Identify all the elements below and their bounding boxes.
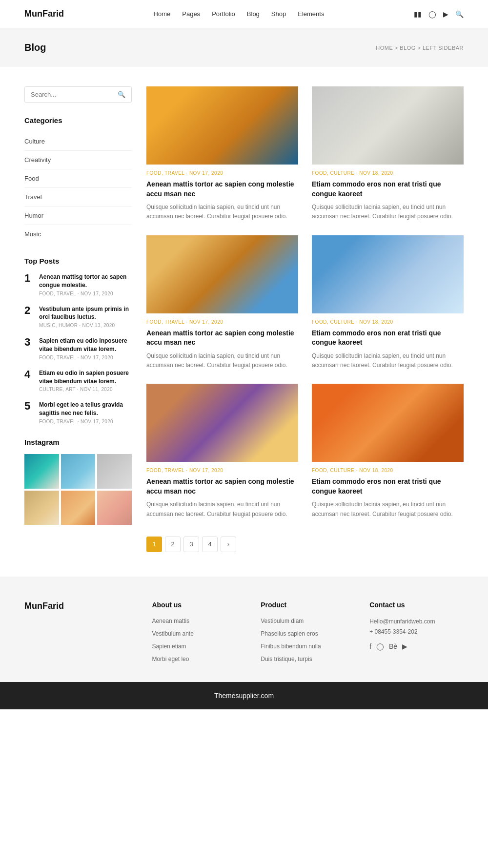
blog-card-excerpt: Quisque sollicitudin lacinia sapien, eu …: [312, 351, 464, 370]
search-input[interactable]: [31, 91, 118, 98]
footer-about-link[interactable]: Aenean mattis: [152, 618, 189, 624]
footer-product-link[interactable]: Finibus bibendum nulla: [261, 643, 321, 650]
nav-home[interactable]: Home: [154, 10, 171, 18]
navbar: MunFarid Home Pages Portfolio Blog Shop …: [0, 0, 488, 28]
instagram-item[interactable]: [97, 491, 132, 525]
category-item[interactable]: Travel: [24, 188, 132, 207]
page-btn-2[interactable]: 2: [165, 537, 181, 552]
behance-icon[interactable]: Bè: [389, 642, 397, 650]
top-post-meta: MUSIC, HUMOR · NOV 13, 2020: [39, 323, 132, 328]
sidebar: 🔍 Categories Culture Creativity Food Tra…: [24, 86, 132, 557]
bottom-bar: Themesupplier.com: [0, 682, 488, 709]
top-post-title[interactable]: Aenean mattisg tortor ac sapen congue mo…: [39, 273, 132, 289]
footer-about-links: Aenean mattis Vestibulum ante Sapien eti…: [152, 617, 246, 662]
nav-elements[interactable]: Elements: [298, 10, 324, 18]
blog-card-image[interactable]: [146, 86, 298, 165]
footer-phone: + 08455-3354-202: [369, 627, 464, 638]
twitter-footer-icon[interactable]: ▶: [402, 642, 407, 650]
category-item[interactable]: Culture: [24, 132, 132, 151]
footer-product-link[interactable]: Duis tristique, turpis: [261, 656, 312, 662]
nav-shop[interactable]: Shop: [271, 10, 286, 18]
pagination: 1 2 3 4 ›: [146, 537, 464, 552]
blog-card: FOOD, TRAVEL · NOV 17, 2020 Aenean matti…: [146, 235, 298, 371]
top-post-meta: FOOD, TRAVEL · NOV 17, 2020: [39, 419, 132, 424]
blog-card-meta: FOOD, CULTURE · NOV 18, 2020: [312, 468, 464, 473]
nav-pages[interactable]: Pages: [182, 10, 200, 18]
page-btn-3[interactable]: 3: [183, 537, 199, 552]
blog-card: FOOD, TRAVEL · NOV 17, 2020 Aenean matti…: [146, 384, 298, 519]
instagram-item[interactable]: [24, 454, 59, 489]
top-post-meta: FOOD, TRAVEL · NOV 17, 2020: [39, 355, 132, 360]
blog-card: FOOD, CULTURE · NOV 18, 2020 Etiam commo…: [312, 235, 464, 371]
category-item[interactable]: Creativity: [24, 151, 132, 169]
instagram-item[interactable]: [61, 454, 96, 489]
blog-grid: FOOD, TRAVEL · NOV 17, 2020 Aenean matti…: [146, 86, 464, 519]
footer: MunFarid About us Aenean mattis Vestibul…: [0, 577, 488, 682]
search-nav-icon[interactable]: 🔍: [455, 10, 464, 18]
footer-about-link[interactable]: Morbi eget leo: [152, 656, 189, 662]
search-box: 🔍: [24, 86, 132, 103]
facebook-icon[interactable]: f: [369, 642, 371, 650]
bookmark-icon[interactable]: ▮▮: [414, 10, 422, 18]
main-content: 🔍 Categories Culture Creativity Food Tra…: [0, 67, 488, 577]
blog-card-image[interactable]: [312, 235, 464, 313]
footer-contact-col: Contact us Hello@munfaridweb.com + 08455…: [369, 601, 464, 667]
top-post-title[interactable]: Sapien etiam eu odio inposuere vitae bib…: [39, 337, 132, 353]
blog-card-image[interactable]: [312, 86, 464, 165]
top-post-title[interactable]: Morbi eget leo a tellus gravida sagittis…: [39, 401, 132, 417]
blog-card-image[interactable]: [312, 384, 464, 462]
category-item[interactable]: Food: [24, 169, 132, 188]
pagination-next[interactable]: ›: [221, 537, 236, 552]
blog-card-title[interactable]: Etiam commodo eros non erat tristi que c…: [312, 329, 464, 348]
category-item[interactable]: Music: [24, 225, 132, 243]
blog-card-excerpt: Quisque sollicitudin lacinia sapien, eu …: [146, 351, 298, 370]
instagram-widget: Instagram: [24, 438, 132, 525]
blog-card-meta: FOOD, TRAVEL · NOV 17, 2020: [146, 170, 298, 176]
categories-title: Categories: [24, 116, 132, 124]
brand-logo[interactable]: MunFarid: [24, 9, 64, 19]
instagram-item[interactable]: [61, 491, 96, 525]
category-item[interactable]: Humor: [24, 207, 132, 225]
category-list: Culture Creativity Food Travel Humor Mus…: [24, 132, 132, 243]
top-post-item: 3 Sapien etiam eu odio inposuere vitae b…: [24, 337, 132, 360]
footer-product-col: Product Vestibulum diam Phasellus sapien…: [261, 601, 355, 667]
page-btn-1[interactable]: 1: [146, 537, 162, 552]
instagram-icon[interactable]: ◯: [428, 10, 436, 18]
instagram-item[interactable]: [97, 454, 132, 489]
instagram-item[interactable]: [24, 491, 59, 525]
footer-product-link[interactable]: Phasellus sapien eros: [261, 630, 318, 637]
blog-card-title[interactable]: Aenean mattis tortor ac sapien cong mole…: [146, 477, 298, 496]
top-post-number: 2: [24, 305, 33, 316]
instagram-grid: [24, 454, 132, 525]
top-post-number: 1: [24, 273, 33, 284]
blog-card-title[interactable]: Etiam commodo eros non erat tristi que c…: [312, 477, 464, 496]
blog-card-title[interactable]: Aenean mattis tortor ac sapien cong mole…: [146, 180, 298, 199]
top-post-title[interactable]: Vestibulum ante ipsum primis in orci fau…: [39, 305, 132, 322]
footer-about-title: About us: [152, 601, 246, 609]
footer-email[interactable]: Hello@munfaridweb.com: [369, 617, 464, 627]
blog-card-image[interactable]: [146, 235, 298, 313]
blog-card-title[interactable]: Aenean mattis tortor ac sapien cong mole…: [146, 329, 298, 348]
footer-product-link[interactable]: Vestibulum diam: [261, 618, 304, 624]
footer-product-title: Product: [261, 601, 355, 609]
blog-card-meta: FOOD, TRAVEL · NOV 17, 2020: [146, 468, 298, 473]
footer-about-link[interactable]: Vestibulum ante: [152, 630, 193, 637]
instagram-footer-icon[interactable]: ◯: [376, 642, 384, 650]
top-posts-widget: Top Posts 1 Aenean mattisg tortor ac sap…: [24, 257, 132, 424]
footer-brand[interactable]: MunFarid: [24, 601, 137, 611]
top-post-meta: FOOD, TRAVEL · NOV 17, 2020: [39, 291, 132, 296]
nav-blog[interactable]: Blog: [247, 10, 260, 18]
bottom-bar-text: Themesupplier.com: [214, 692, 274, 700]
top-post-number: 5: [24, 401, 33, 412]
top-post-title[interactable]: Etiam eu odio in sapien posuere vitae bi…: [39, 369, 132, 386]
blog-card-image[interactable]: [146, 384, 298, 462]
search-icon[interactable]: 🔍: [118, 91, 125, 98]
footer-about-link[interactable]: Sapien etiam: [152, 643, 186, 650]
twitter-icon[interactable]: ▶: [443, 10, 448, 18]
blog-card-title[interactable]: Etiam commodo eros non erat tristi que c…: [312, 180, 464, 199]
footer-contact-title: Contact us: [369, 601, 464, 609]
blog-card: FOOD, CULTURE · NOV 18, 2020 Etiam commo…: [312, 384, 464, 519]
page-btn-4[interactable]: 4: [202, 537, 218, 552]
top-post-item: 2 Vestibulum ante ipsum primis in orci f…: [24, 305, 132, 329]
nav-portfolio[interactable]: Portfolio: [212, 10, 235, 18]
